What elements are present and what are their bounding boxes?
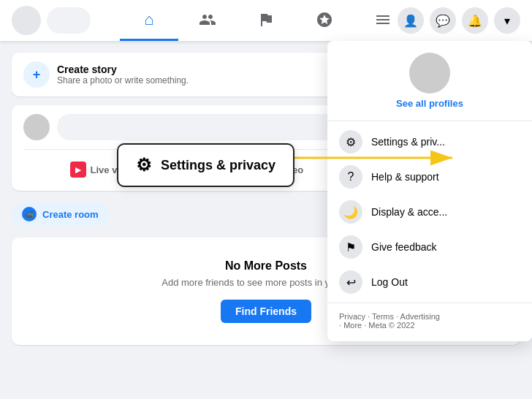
logout-icon: ↩ [339, 270, 362, 294]
divider-2 [327, 303, 532, 303]
avatar [23, 114, 50, 140]
topbar-right: 👤 💬 🔔 ▾ [398, 7, 520, 34]
arrow-btn[interactable]: ▾ [494, 7, 520, 34]
feedback-icon: ⚑ [339, 235, 362, 259]
terms-link[interactable]: Terms [372, 312, 394, 321]
logout-label: Log Out [371, 276, 408, 288]
feedback-label: Give feedback [371, 241, 437, 253]
create-room-label: Create room [42, 209, 99, 220]
dropdown-feedback-item[interactable]: ⚑ Give feedback [327, 229, 532, 265]
dropdown-display-item[interactable]: 🌙 Display & acce... [327, 194, 532, 229]
logo [12, 6, 41, 35]
nav-marketplace[interactable] [295, 0, 354, 41]
create-room-btn[interactable]: 📹 Create room [12, 202, 109, 226]
privacy-link[interactable]: Privacy [339, 312, 365, 321]
nav-watch[interactable] [237, 0, 295, 41]
display-label: Display & acce... [371, 206, 447, 218]
dropdown-help-item[interactable]: ? Help & support [327, 159, 532, 194]
dropdown-footer: Privacy · Terms · Advertising · More · M… [327, 306, 532, 335]
messenger-btn[interactable]: 💬 [430, 7, 456, 34]
settings-callout: ⚙ Settings & privacy [117, 143, 294, 187]
search-bar[interactable] [47, 7, 91, 34]
dropdown-panel: See all profiles ⚙ Settings & priv... ? … [327, 41, 532, 341]
dropdown-logout-item[interactable]: ↩ Log Out [327, 265, 532, 300]
create-story-text: Create story Share a photo or write some… [57, 64, 189, 86]
settings-icon: ⚙ [339, 130, 362, 153]
divider-1 [327, 121, 532, 121]
nav-home[interactable]: ⌂ [120, 0, 178, 41]
help-icon: ? [339, 165, 362, 189]
main-content: + Create story Share a photo or write so… [0, 41, 532, 399]
room-icon: 📹 [22, 207, 37, 221]
topbar-nav: ⌂ [120, 0, 412, 41]
profile-section: See all profiles [327, 47, 532, 118]
nav-menu[interactable] [354, 0, 412, 41]
callout-gear-icon: ⚙ [136, 155, 152, 175]
profile-avatar [409, 53, 450, 94]
live-video-icon: ▶ [70, 162, 86, 178]
advertising-link[interactable]: Advertising [400, 312, 440, 321]
callout-label: Settings & privacy [161, 158, 276, 173]
topbar: ⌂ 👤 💬 🔔 ▾ [0, 0, 532, 41]
display-icon: 🌙 [339, 200, 362, 224]
notifications-btn[interactable]: 🔔 [462, 7, 488, 34]
see-all-profiles-link[interactable]: See all profiles [396, 98, 463, 109]
create-story-subtitle: Share a photo or write something. [57, 75, 189, 86]
create-story-title: Create story [57, 64, 189, 75]
plus-icon: + [23, 61, 50, 88]
topbar-left [12, 6, 91, 35]
more-link[interactable]: More [343, 321, 362, 330]
help-label: Help & support [371, 171, 439, 183]
settings-label: Settings & priv... [371, 136, 445, 148]
dropdown-settings-item[interactable]: ⚙ Settings & priv... [327, 124, 532, 159]
find-friends-button[interactable]: Find Friends [221, 300, 311, 323]
nav-friends[interactable] [178, 0, 237, 41]
